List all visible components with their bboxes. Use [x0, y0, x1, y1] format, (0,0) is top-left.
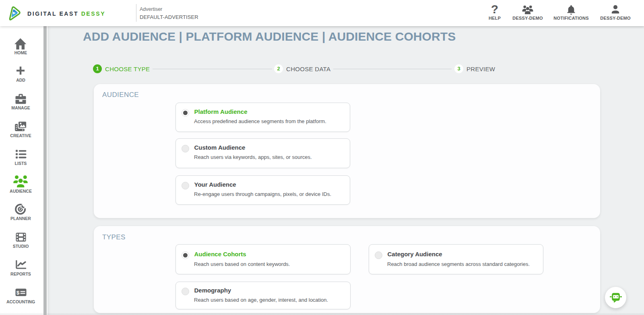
- svg-text:$: $: [16, 290, 19, 296]
